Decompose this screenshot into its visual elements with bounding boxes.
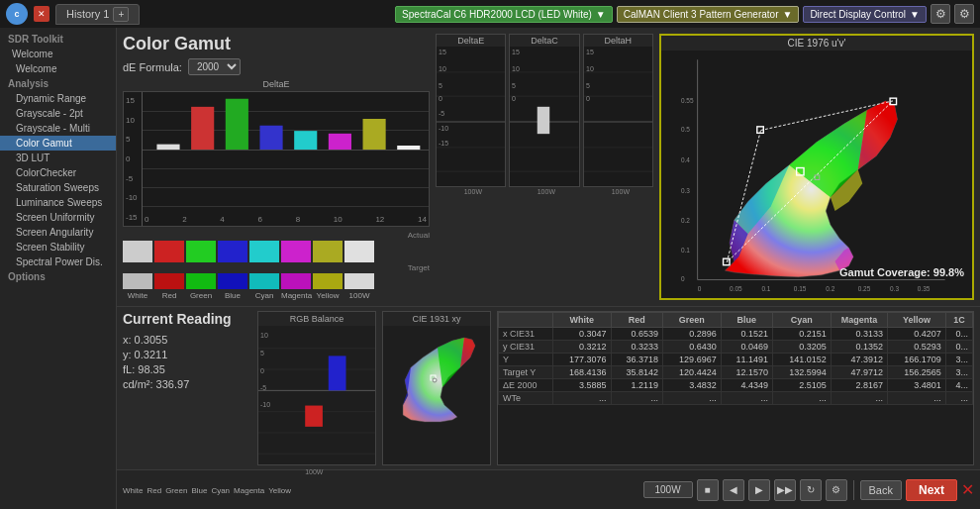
table-row: y CIE31 0.3212 0.3233 0.6430 0.0469 0.32… xyxy=(499,341,973,354)
svg-text:10: 10 xyxy=(439,65,446,72)
col-header-blue: Blue xyxy=(721,313,772,328)
svg-text:0.3: 0.3 xyxy=(681,187,690,194)
svg-text:10: 10 xyxy=(586,65,594,72)
swatch-red[interactable]: Red xyxy=(147,485,161,495)
swatch-magenta[interactable]: Magenta xyxy=(234,485,264,495)
svg-text:100W: 100W xyxy=(611,188,630,195)
device3-selector[interactable]: Direct Display Control ▼ xyxy=(803,6,927,23)
col-header-red: Red xyxy=(611,313,662,328)
swatch-target-green xyxy=(186,273,216,289)
pattern-selector[interactable]: 100W xyxy=(643,481,693,498)
table-row: x CIE31 0.3047 0.6539 0.2896 0.1521 0.21… xyxy=(499,328,973,341)
svg-text:0: 0 xyxy=(586,95,590,102)
sidebar: SDR Toolkit Welcome Welcome Analysis Dyn… xyxy=(0,28,117,509)
reading-cdm2: cd/m²: 336.97 xyxy=(123,378,251,390)
swatches-bottom-bar: White Red Green Blue Cyan Magenta xyxy=(117,469,980,509)
sidebar-item-screen-uniformity[interactable]: Screen Uniformity xyxy=(0,210,116,225)
swatch-actual-magenta xyxy=(281,241,311,262)
sidebar-item-3d-lut[interactable]: 3D LUT xyxy=(0,151,116,165)
sidebar-item-grayscale-multi[interactable]: Grayscale - Multi xyxy=(0,121,116,136)
top-bar-right: SpectraCal C6 HDR2000 LCD (LED White) ▼ … xyxy=(395,4,974,24)
prev-button[interactable]: ◀ xyxy=(723,479,744,501)
sidebar-item-colorchecker[interactable]: ColorChecker xyxy=(0,165,116,180)
swatch-cyan[interactable]: Cyan xyxy=(211,485,230,495)
sidebar-item-dynamic-range[interactable]: Dynamic Range xyxy=(0,91,116,106)
svg-text:-10: -10 xyxy=(260,401,270,408)
svg-text:15: 15 xyxy=(439,49,446,55)
svg-rect-84 xyxy=(329,356,346,390)
svg-text:0: 0 xyxy=(698,285,702,292)
swatch-yellow[interactable]: Yellow xyxy=(268,485,291,495)
table-row: WTe ... ... ... ... ... ... ... ... xyxy=(499,392,973,405)
swatch-target-red xyxy=(154,273,184,289)
rgb-title: RGB Balance xyxy=(258,312,375,326)
svg-text:0.35: 0.35 xyxy=(918,285,931,292)
settings-button[interactable]: ⚙ xyxy=(954,4,974,24)
svg-text:100W: 100W xyxy=(305,468,324,475)
svg-text:5: 5 xyxy=(586,82,590,89)
swatch-target-cyan xyxy=(249,273,279,289)
top-bar: c ✕ History 1 + SpectraCal C6 HDR2000 LC… xyxy=(0,0,980,28)
svg-text:0.05: 0.05 xyxy=(730,285,742,292)
device2-selector[interactable]: CalMAN Client 3 Pattern Generator ▼ xyxy=(617,6,800,23)
reading-y: y: 0.3211 xyxy=(123,349,251,360)
settings2-button[interactable]: ⚙ xyxy=(826,479,847,501)
col-header-1c: 1C xyxy=(945,313,972,328)
loop-button[interactable]: ↻ xyxy=(800,479,822,501)
stop-button[interactable]: ■ xyxy=(697,479,719,501)
reading-fl: fL: 98.35 xyxy=(123,363,251,375)
de-formula-row: dE Formula: 2000 76 94 xyxy=(123,58,430,75)
sidebar-item-welcome-sub[interactable]: Welcome xyxy=(0,61,116,76)
swatch-blue[interactable]: Blue xyxy=(191,485,207,495)
history-add-button[interactable]: + xyxy=(113,7,129,22)
deltae-small-chart: DeltaE 15 10 5 0 xyxy=(436,34,506,187)
device1-selector[interactable]: SpectraCal C6 HDR2000 LCD (LED White) ▼ xyxy=(395,6,613,23)
sidebar-item-grayscale-2pt[interactable]: Grayscale - 2pt xyxy=(0,106,116,121)
col-header-green: Green xyxy=(662,313,721,328)
left-panel: Color Gamut dE Formula: 2000 76 94 Delta… xyxy=(123,34,430,300)
svg-text:0.1: 0.1 xyxy=(681,247,690,254)
svg-text:0.2: 0.2 xyxy=(681,217,690,224)
sidebar-item-welcome[interactable]: Welcome xyxy=(0,47,116,61)
close-x-button[interactable]: ✕ xyxy=(961,480,974,499)
back-button[interactable]: Back xyxy=(860,480,902,500)
col-header-magenta: Magenta xyxy=(831,313,887,328)
sidebar-item-screen-angularity[interactable]: Screen Angularity xyxy=(0,225,116,240)
data-table: White Red Green Blue Cyan Magenta Yellow… xyxy=(498,312,973,405)
gear-button[interactable]: ⚙ xyxy=(931,4,950,24)
svg-rect-2 xyxy=(226,99,248,150)
svg-text:0.5: 0.5 xyxy=(681,126,690,133)
rgb-inner: 10 5 0 -5 -10 100W xyxy=(258,326,375,476)
swatch-actual-green xyxy=(186,241,216,262)
sidebar-item-screen-stability[interactable]: Screen Stability xyxy=(0,240,116,254)
sidebar-item-spectral[interactable]: Spectral Power Dis. xyxy=(0,254,116,269)
swatch-target-yellow xyxy=(313,273,343,289)
svg-text:10: 10 xyxy=(512,65,520,72)
col-header-label xyxy=(499,313,553,328)
cie-small-title: CIE 1931 xy xyxy=(383,312,490,326)
sidebar-item-color-gamut[interactable]: Color Gamut xyxy=(0,136,116,151)
table-row: ΔE 2000 3.5885 1.2119 3.4832 4.4349 2.51… xyxy=(499,379,973,392)
sidebar-item-luminance[interactable]: Luminance Sweeps xyxy=(0,195,116,210)
history-tab[interactable]: History 1 + xyxy=(55,4,140,25)
svg-rect-1 xyxy=(191,107,214,150)
cie-small-chart: CIE 1931 xy xyxy=(382,311,491,465)
play-button[interactable]: ▶ xyxy=(748,479,770,501)
close-button[interactable]: ✕ xyxy=(34,6,49,22)
svg-text:0.4: 0.4 xyxy=(681,156,690,163)
next-button[interactable]: Next xyxy=(906,479,957,501)
de-formula-select[interactable]: 2000 76 94 xyxy=(188,58,241,75)
swatch-green[interactable]: Green xyxy=(165,485,187,495)
analysis-label: Analysis xyxy=(0,76,116,91)
swatch-white[interactable]: White xyxy=(123,485,143,495)
sidebar-item-saturation[interactable]: Saturation Sweeps xyxy=(0,180,116,195)
svg-text:0.15: 0.15 xyxy=(794,285,807,292)
calman-logo: c xyxy=(6,3,28,25)
swatch-actual-cyan xyxy=(249,241,279,262)
swatch-target-white xyxy=(123,273,152,289)
deltac-small-chart: DeltaC 15 10 5 0 xyxy=(509,34,579,187)
chevron-down-icon: ▼ xyxy=(596,9,606,20)
deltae-title: DeltaE xyxy=(123,79,430,89)
col-header-cyan: Cyan xyxy=(773,313,832,328)
next-frame-button[interactable]: ▶▶ xyxy=(774,479,796,501)
